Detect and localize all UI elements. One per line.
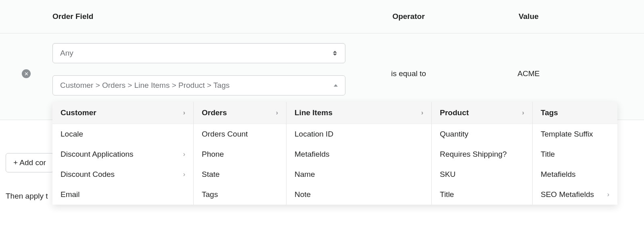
cascader-header-label: Line Items xyxy=(295,108,332,117)
cascader-item-label: Locale xyxy=(61,130,83,139)
cascader-item-label: Orders Count xyxy=(202,130,248,139)
chevron-right-icon: › xyxy=(607,191,609,198)
field-path-label: Customer > Orders > Line Items > Product… xyxy=(60,81,230,90)
cascader-column: Customer›LocaleDiscount Applications›Dis… xyxy=(52,102,194,205)
cascader-item[interactable]: Title xyxy=(432,184,532,205)
cascader-item-label: Quantity xyxy=(440,130,468,139)
chevron-up-icon xyxy=(334,84,338,87)
cascader-column: Line Items›Location IDMetafieldsNameNote xyxy=(286,102,432,205)
cascader-item[interactable]: Tags xyxy=(194,184,286,205)
operator-text: is equal to xyxy=(391,69,426,78)
header-value: Value xyxy=(470,12,587,21)
cascader-item-label: Title xyxy=(440,190,454,199)
cascader-item-label: Email xyxy=(61,190,80,199)
cascader-item[interactable]: Discount Codes› xyxy=(52,164,193,184)
cascader-item[interactable]: Name xyxy=(286,164,431,184)
cascader-column-header[interactable]: Customer› xyxy=(52,102,193,124)
then-apply-text: Then apply t xyxy=(6,192,48,201)
select-caret-icon xyxy=(333,50,339,57)
cascader-item[interactable]: Locale xyxy=(52,124,193,144)
add-condition-label: + Add cor xyxy=(13,158,46,167)
cascader-item-label: Metafields xyxy=(295,150,330,159)
chevron-right-icon: › xyxy=(183,151,185,158)
cascader-item[interactable]: Phone xyxy=(194,144,286,164)
add-condition-button[interactable]: + Add cor xyxy=(6,153,54,172)
cascader-item-label: State xyxy=(202,170,220,179)
cascader-column-header[interactable]: Product› xyxy=(432,102,532,124)
chevron-right-icon: › xyxy=(421,109,423,116)
cascader-item-label: Discount Codes xyxy=(61,170,115,179)
chevron-right-icon: › xyxy=(183,109,185,116)
cascader-item[interactable]: Requires Shipping? xyxy=(432,144,532,164)
cascader-item[interactable]: State xyxy=(194,164,286,184)
remove-cell: ✕ xyxy=(0,43,52,78)
cascader-header-label: Customer xyxy=(61,108,96,117)
close-icon: ✕ xyxy=(24,71,29,77)
field-cascader: Customer›LocaleDiscount Applications›Dis… xyxy=(52,102,617,205)
field-path-select[interactable]: Customer > Orders > Line Items > Product… xyxy=(52,75,345,95)
field-cell: Any Customer > Orders > Line Items > Pro… xyxy=(52,43,347,95)
cascader-column: Orders›Orders CountPhoneStateTags xyxy=(194,102,286,205)
cascader-header-label: Product xyxy=(440,108,469,117)
cascader-column: TagsTemplate SuffixTitleMetafieldsSEO Me… xyxy=(533,102,617,205)
value-text: ACME xyxy=(518,69,540,78)
cascader-item[interactable]: Metafields xyxy=(533,164,617,184)
cascader-column-header[interactable]: Line Items› xyxy=(286,102,431,124)
cascader-item[interactable]: Discount Applications› xyxy=(52,144,193,164)
remove-condition-button[interactable]: ✕ xyxy=(22,69,31,78)
header-field: Order Field xyxy=(52,12,347,21)
value-cell: ACME xyxy=(470,43,587,78)
chevron-right-icon: › xyxy=(183,171,185,178)
cascader-item[interactable]: SEO Metafields› xyxy=(533,184,617,205)
cascader-column: Product›QuantityRequires Shipping?SKUTit… xyxy=(432,102,533,205)
cascader-header-label: Tags xyxy=(541,108,558,117)
cascader-item-label: Phone xyxy=(202,150,224,159)
cascader-item-label: SEO Metafields xyxy=(541,190,594,199)
cascader-item[interactable]: Email xyxy=(52,184,193,205)
cascader-item-label: Metafields xyxy=(541,170,576,179)
header-operator: Operator xyxy=(347,12,470,21)
cascader-column-header[interactable]: Orders› xyxy=(194,102,286,124)
cascader-item-label: Template Suffix xyxy=(541,130,593,139)
any-select-label: Any xyxy=(60,49,73,58)
cascader-item[interactable]: Title xyxy=(533,144,617,164)
cascader-item[interactable]: Quantity xyxy=(432,124,532,144)
cascader-column-header[interactable]: Tags xyxy=(533,102,617,124)
cascader-item-label: Note xyxy=(295,190,311,199)
cascader-item-label: Name xyxy=(295,170,315,179)
cascader-item[interactable]: Metafields xyxy=(286,144,431,164)
cascader-item-label: Tags xyxy=(202,190,218,199)
cascader-item-label: SKU xyxy=(440,170,456,179)
cascader-item-label: Requires Shipping? xyxy=(440,150,507,159)
table-header: Order Field Operator Value xyxy=(0,0,644,33)
cascader-item-label: Title xyxy=(541,150,555,159)
operator-cell: is equal to xyxy=(347,43,470,78)
cascader-item[interactable]: Orders Count xyxy=(194,124,286,144)
cascader-item-label: Discount Applications xyxy=(61,150,134,159)
any-select[interactable]: Any xyxy=(52,43,345,63)
cascader-item[interactable]: Template Suffix xyxy=(533,124,617,144)
cascader-item[interactable]: Location ID xyxy=(286,124,431,144)
cascader-item-label: Location ID xyxy=(295,130,333,139)
cascader-item[interactable]: SKU xyxy=(432,164,532,184)
cascader-item[interactable]: Note xyxy=(286,184,431,205)
chevron-right-icon: › xyxy=(276,109,278,116)
cascader-header-label: Orders xyxy=(202,108,227,117)
chevron-right-icon: › xyxy=(522,109,524,116)
